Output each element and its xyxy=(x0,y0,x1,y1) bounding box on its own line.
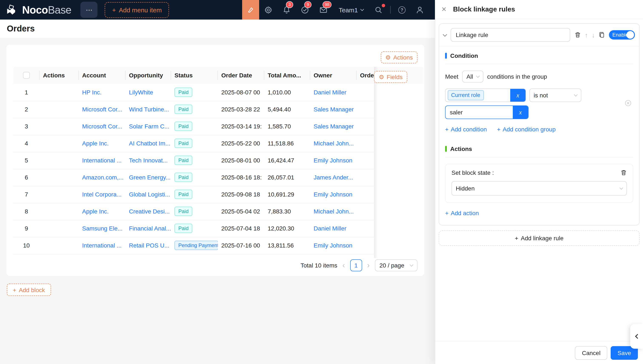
table-row: 8 Apple Inc. Creative Desi... Paid 2025-… xyxy=(13,203,374,220)
table-row: 9 Samsung Ele... Financial Anal... Paid … xyxy=(13,220,374,237)
move-rule-up-icon[interactable]: ↑ xyxy=(585,31,588,38)
account-link[interactable]: International ... xyxy=(82,157,122,164)
condition-mode-select[interactable]: All xyxy=(462,70,483,82)
opportunity-link[interactable]: AI Chatbot Im... xyxy=(129,140,170,147)
opportunity-link[interactable]: Retail POS U... xyxy=(129,242,169,249)
drawer-collapse-handle[interactable] xyxy=(630,324,643,349)
enable-toggle[interactable]: Enable xyxy=(609,30,635,40)
nocobase-logo[interactable]: NocoBase xyxy=(0,4,71,16)
operator-select[interactable]: is not xyxy=(529,88,581,102)
page-content: ⚙ Actions ⚙ Fields xyxy=(0,38,435,364)
current-role-tag[interactable]: Current role xyxy=(448,90,484,100)
messages-button[interactable]: 98 xyxy=(314,0,333,20)
owner-link[interactable]: Emily Johnson xyxy=(314,191,352,198)
remove-condition-icon[interactable] xyxy=(625,100,631,108)
configure-fields-button[interactable]: ⚙ Fields xyxy=(374,71,407,83)
delete-action-icon[interactable] xyxy=(620,169,627,176)
owner-link[interactable]: Emily Johnson xyxy=(314,157,352,164)
owner-link[interactable]: Sales Manager xyxy=(314,106,354,113)
column-header-total-amount[interactable]: Total Amo... xyxy=(264,67,310,84)
configure-actions-button[interactable]: ⚙ Actions xyxy=(381,52,418,63)
team-switcher[interactable]: Team1 xyxy=(333,6,369,14)
add-condition-group-link[interactable]: + Add condition group xyxy=(497,126,555,133)
account-link[interactable]: Apple Inc. xyxy=(82,208,109,215)
row-index: 7 xyxy=(13,186,40,203)
pagination-next-button[interactable]: › xyxy=(366,261,371,269)
row-actions-cell xyxy=(40,186,79,203)
owner-link[interactable]: Sales Manager xyxy=(314,123,354,130)
status-badge: Paid xyxy=(174,224,192,233)
add-action-link[interactable]: + Add action xyxy=(445,210,479,216)
condition-field-input[interactable]: Current role x xyxy=(445,88,526,102)
menu-overflow-button[interactable]: ⋯ xyxy=(81,2,98,18)
column-header-actions[interactable]: Actions xyxy=(40,67,79,84)
opportunity-link[interactable]: Green Energy... xyxy=(129,174,171,181)
owner-link[interactable]: Daniel Miller xyxy=(314,89,347,96)
column-header-status[interactable]: Status xyxy=(171,67,218,84)
gear-icon: ⚙ xyxy=(385,54,391,60)
column-header-order-date[interactable]: Order Date xyxy=(218,67,264,84)
ui-editor-button[interactable] xyxy=(242,0,259,20)
opportunity-link[interactable]: Wind Turbine... xyxy=(129,106,169,113)
order-date-cell: 2025-05-04 02 xyxy=(218,203,264,220)
duplicate-rule-icon[interactable] xyxy=(599,32,605,38)
column-header-order[interactable]: Order xyxy=(357,67,374,84)
column-header-opportunity[interactable]: Opportunity xyxy=(126,67,171,84)
column-header-account[interactable]: Account xyxy=(79,67,126,84)
messages-badge: 98 xyxy=(323,1,332,8)
tasks-badge: 9 xyxy=(304,1,311,8)
opportunity-link[interactable]: Global Logisti... xyxy=(129,191,170,198)
pagination: Total 10 items ‹ 1 › 20 / page xyxy=(13,259,418,271)
opportunity-link[interactable]: LilyWhite xyxy=(129,89,153,96)
owner-link[interactable]: Daniel Miller xyxy=(314,225,347,232)
condition-value-input[interactable]: saler xyxy=(450,109,463,116)
column-header-owner[interactable]: Owner xyxy=(310,67,357,84)
settings-button[interactable] xyxy=(259,0,277,20)
order-date-cell: 2025-03-14 19: xyxy=(218,118,264,135)
account-link[interactable]: Microsoft Cor... xyxy=(82,106,122,113)
collapse-rule-chevron-icon[interactable] xyxy=(443,32,447,36)
variable-button[interactable]: x xyxy=(513,106,528,119)
opportunity-link[interactable]: Financial Anal... xyxy=(129,225,171,232)
row-index: 3 xyxy=(13,118,40,135)
notifications-button[interactable]: 3 xyxy=(277,0,296,20)
close-icon[interactable]: ✕ xyxy=(441,6,447,13)
add-condition-link[interactable]: + Add condition xyxy=(445,126,487,133)
account-link[interactable]: Samsung Ele... xyxy=(82,225,123,232)
select-all-checkbox[interactable] xyxy=(23,72,30,79)
opportunity-link[interactable]: Creative Desi... xyxy=(129,208,170,215)
table-row: 1 HP Inc. LilyWhite Paid 2025-08-07 00 1… xyxy=(13,84,374,101)
table-row: 4 Apple Inc. AI Chatbot Im... Paid 2025-… xyxy=(13,135,374,152)
rule-name-input[interactable] xyxy=(451,28,570,42)
opportunity-link[interactable]: Tech Innovat... xyxy=(129,157,168,164)
cancel-button[interactable]: Cancel xyxy=(575,346,607,360)
pagination-prev-button[interactable]: ‹ xyxy=(342,261,346,269)
owner-link[interactable]: Michael John... xyxy=(314,140,354,147)
add-menu-item-button[interactable]: + Add menu item xyxy=(105,2,169,18)
action-row: Set block state : xyxy=(452,169,627,176)
opportunity-link[interactable]: Solar Farm C... xyxy=(129,123,169,130)
page-size-select[interactable]: 20 / page xyxy=(375,259,418,271)
add-block-button[interactable]: + Add block xyxy=(7,284,51,296)
account-link[interactable]: International ... xyxy=(82,242,122,249)
help-button[interactable]: ? xyxy=(393,0,411,20)
gear-icon: ⚙ xyxy=(379,74,384,80)
tasks-button[interactable]: 9 xyxy=(296,0,314,20)
variable-button[interactable]: x xyxy=(510,89,526,102)
account-link[interactable]: HP Inc. xyxy=(82,89,102,96)
search-button[interactable] xyxy=(369,0,388,20)
owner-link[interactable]: James Ander... xyxy=(314,174,353,181)
total-amount-cell: 5,494.40 xyxy=(264,101,310,118)
delete-rule-icon[interactable] xyxy=(574,32,581,38)
move-rule-down-icon[interactable]: ↓ xyxy=(592,31,595,38)
block-state-select[interactable]: Hidden xyxy=(452,181,627,196)
account-link[interactable]: Apple Inc. xyxy=(82,140,109,147)
account-link[interactable]: Microsoft Cor... xyxy=(82,123,122,130)
user-button[interactable] xyxy=(411,0,429,20)
owner-link[interactable]: Michael John... xyxy=(314,208,354,215)
owner-link[interactable]: Emily Johnson xyxy=(314,242,352,249)
pagination-page-1[interactable]: 1 xyxy=(350,259,362,271)
account-link[interactable]: Amazon.com,... xyxy=(82,174,124,181)
add-linkage-rule-button[interactable]: + Add linkage rule xyxy=(439,230,639,246)
account-link[interactable]: Intel Corpora... xyxy=(82,191,122,198)
